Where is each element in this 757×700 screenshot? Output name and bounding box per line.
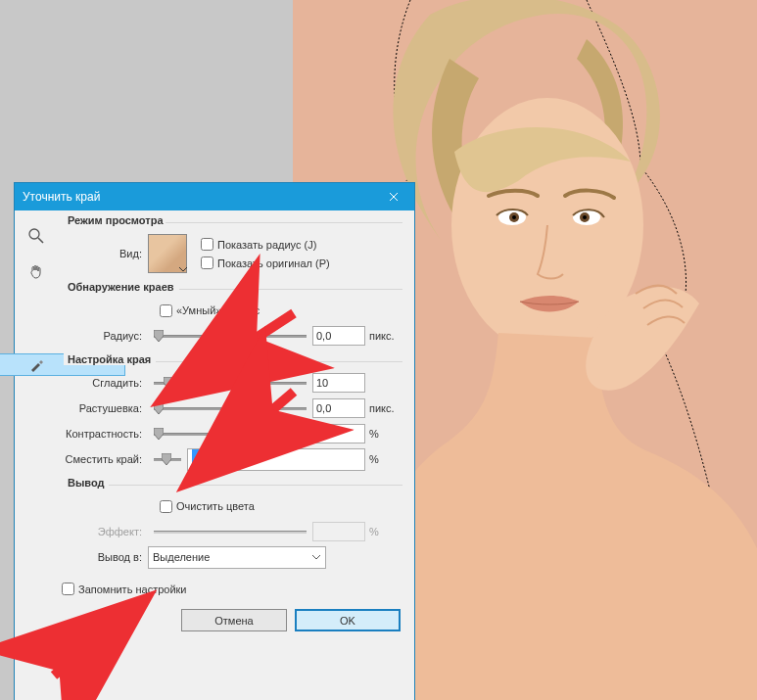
brush-icon [28,357,44,373]
ok-button[interactable]: OK [295,609,401,631]
feather-unit: пикс. [365,402,402,414]
hand-icon [28,263,44,279]
decontaminate-checkbox[interactable]: Очистить цвета [160,500,255,513]
show-radius-checkbox[interactable]: Показать радиус (J) [201,238,330,251]
smooth-input[interactable]: 10 [312,373,365,393]
svg-point-6 [583,215,587,219]
group-edge-adjust: Настройка края Сгладить: 10 Растушевка: … [58,355,402,473]
hand-tool-button[interactable] [23,257,50,285]
feather-slider[interactable] [154,399,307,417]
radius-unit: пикс. [365,330,402,342]
smooth-label: Сгладить: [58,377,148,389]
shift-slider[interactable] [154,450,181,468]
feather-label: Растушевка: [58,402,148,414]
effect-label: Эффект: [58,526,148,537]
group-title-output: Вывод [64,477,109,489]
zoom-icon [28,228,44,244]
group-title: Режим просмотра [64,214,167,226]
radius-label: Радиус: [58,330,148,342]
feather-input[interactable]: 0,0 [312,398,365,418]
contrast-label: Контрастность: [58,428,148,440]
radius-slider[interactable] [154,327,307,345]
group-title-edge-detect: Обнаружение краев [64,281,178,293]
group-edge-detection: Обнаружение краев «Умный» радиус Радиус:… [58,283,402,350]
group-title-edge-adjust: Настройка края [64,353,155,365]
smart-radius-checkbox[interactable]: «Умный» радиус [160,304,260,317]
output-to-label: Вывод в: [58,551,148,563]
refine-edge-dialog: Уточнить край Режим просмотра Вид: [15,183,414,700]
chevron-down-icon [311,552,321,562]
svg-point-3 [512,215,516,219]
effect-slider [154,523,307,540]
close-button[interactable] [381,187,406,207]
group-output: Вывод Очистить цвета Эффект: % Вывод в: … [58,479,402,571]
contrast-unit: % [365,428,402,440]
effect-unit: % [365,526,402,537]
contrast-slider[interactable] [154,425,307,443]
output-to-select[interactable]: Выделение [148,546,326,569]
view-thumbnail[interactable] [148,234,187,273]
show-original-checkbox[interactable]: Показать оригинал (P) [201,257,330,269]
svg-point-7 [29,229,39,239]
smooth-slider[interactable] [154,374,307,392]
shift-unit: % [365,453,402,465]
chevron-down-icon [178,264,188,274]
effect-input [312,522,365,541]
zoom-tool-button[interactable] [23,222,50,250]
group-view-mode: Режим просмотра Вид: Показать радиус (J)… [58,216,402,277]
shift-label: Сместить край: [58,453,148,465]
dialog-titlebar[interactable]: Уточнить край [15,183,414,210]
radius-input[interactable]: 0,0 [312,326,365,346]
dialog-title: Уточнить край [23,190,381,204]
close-icon [389,192,399,202]
shift-input[interactable]: -10 [187,448,365,471]
cancel-button[interactable]: Отмена [181,609,287,631]
contrast-input[interactable]: 0 [312,424,365,443]
dialog-toolbar [15,210,58,700]
view-label: Вид: [58,248,148,259]
remember-settings-checkbox[interactable]: Запомнить настройки [62,583,402,595]
